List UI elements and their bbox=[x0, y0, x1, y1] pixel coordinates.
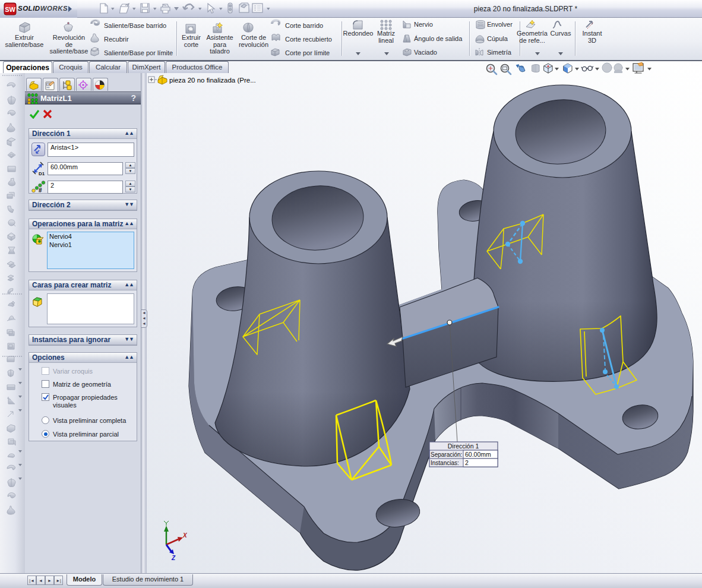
svg-text:pieza 20 no finalizada (Pre..: pieza 20 no finalizada (Pre... bbox=[169, 77, 256, 84]
svg-text:#: # bbox=[39, 187, 42, 194]
svg-text:Instancias:: Instancias: bbox=[431, 460, 459, 466]
svg-text:SW: SW bbox=[5, 6, 15, 13]
svg-text:Dirección 1: Dirección 1 bbox=[448, 442, 479, 450]
svg-text:D1: D1 bbox=[39, 171, 45, 176]
svg-text:2: 2 bbox=[465, 459, 469, 466]
svg-text:Separación:: Separación: bbox=[431, 451, 462, 458]
svg-text:60.00mm: 60.00mm bbox=[465, 451, 491, 458]
svg-text:X: X bbox=[182, 532, 188, 539]
svg-text:Z: Z bbox=[171, 555, 176, 561]
